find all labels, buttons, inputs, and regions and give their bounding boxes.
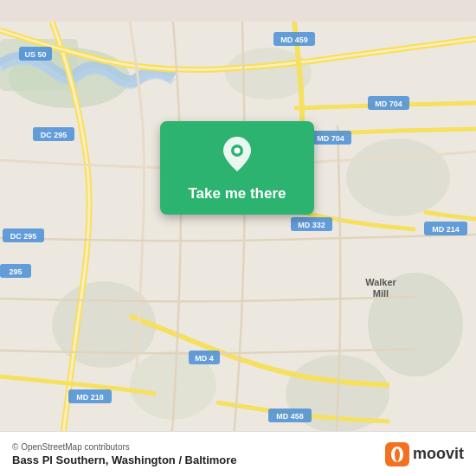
- moovit-logo: moovit: [385, 442, 464, 466]
- map-container: US 50 MD 459 MD 704 MD 704 DC 295 DC 295…: [0, 0, 476, 476]
- svg-text:US 50: US 50: [24, 50, 46, 59]
- location-label: Bass Pl Southern, Washington / Baltimore: [12, 453, 237, 466]
- svg-text:MD 332: MD 332: [298, 221, 325, 229]
- svg-text:DC 295: DC 295: [41, 131, 68, 139]
- map-svg: US 50 MD 459 MD 704 MD 704 DC 295 DC 295…: [0, 0, 476, 476]
- svg-point-36: [235, 148, 241, 154]
- pin-icon: [221, 135, 254, 177]
- attribution: © OpenStreetMap contributors: [12, 442, 237, 452]
- moovit-text: moovit: [413, 445, 464, 463]
- take-me-there-label: Take me there: [188, 185, 286, 203]
- svg-text:MD 458: MD 458: [276, 412, 304, 421]
- svg-text:DC 295: DC 295: [10, 232, 37, 241]
- take-me-there-card[interactable]: Take me there: [160, 121, 314, 215]
- svg-text:295: 295: [9, 267, 22, 276]
- bottom-bar: © OpenStreetMap contributors Bass Pl Sou…: [0, 431, 476, 476]
- svg-text:Mill: Mill: [373, 288, 389, 299]
- svg-point-4: [346, 138, 450, 216]
- moovit-brand-icon: [385, 442, 409, 466]
- bottom-left: © OpenStreetMap contributors Bass Pl Sou…: [12, 442, 237, 466]
- svg-text:MD 459: MD 459: [280, 35, 308, 44]
- svg-text:MD 214: MD 214: [432, 225, 460, 234]
- svg-text:MD 4: MD 4: [195, 354, 214, 363]
- svg-rect-37: [385, 442, 409, 466]
- svg-text:MD 704: MD 704: [317, 134, 344, 143]
- svg-text:Walker: Walker: [365, 277, 396, 287]
- svg-text:MD 218: MD 218: [76, 393, 104, 402]
- svg-text:MD 704: MD 704: [375, 100, 402, 108]
